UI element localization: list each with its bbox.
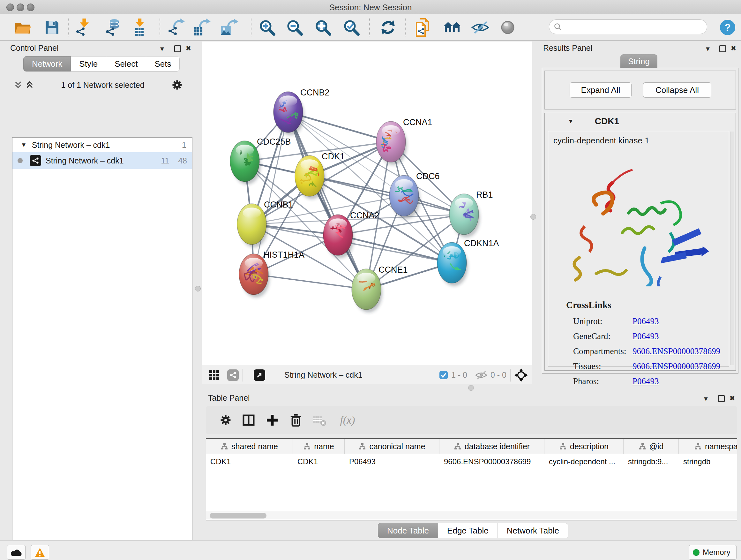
table-gear-button[interactable]	[217, 412, 234, 428]
edge-CDK1-RB1[interactable]	[310, 176, 464, 214]
network-graph[interactable]: CCNB2CCNA1CDC25BCDK1CDC6RB1CCNB1CCNA2CDK…	[202, 42, 532, 366]
crosslink-link[interactable]: 9606.ENSP00000378699	[632, 361, 720, 371]
network-view-canvas[interactable]: CCNB2CCNA1CDC25BCDK1CDC6RB1CCNB1CCNA2CDK…	[202, 42, 532, 366]
node-CCNE1[interactable]: CCNE1	[350, 265, 408, 313]
export-table-button[interactable]	[193, 18, 211, 37]
import-network-database-button[interactable]	[105, 18, 123, 37]
export-network-button[interactable]	[167, 18, 185, 37]
tab-select[interactable]: Select	[106, 56, 146, 71]
tab-sets[interactable]: Sets	[146, 56, 180, 71]
crosslink-link[interactable]: P06493	[632, 376, 659, 386]
cloud-status-button[interactable]	[7, 545, 25, 560]
vertical-splitter-handle[interactable]	[530, 214, 536, 220]
protein-expander-icon[interactable]: ▼	[568, 118, 574, 125]
node-CCNB1[interactable]: CCNB1	[237, 200, 293, 247]
table-add-button[interactable]	[264, 412, 280, 428]
table-panel-maximize-button[interactable]	[718, 395, 725, 402]
table-cell[interactable]: cyclin-dependent ...	[544, 454, 623, 466]
zoom-fit-button[interactable]	[314, 18, 332, 37]
edge-HIST1H1A-CCNE1[interactable]	[254, 274, 366, 289]
zoom-out-button[interactable]	[285, 18, 304, 37]
column-header-namespace[interactable]: namespace	[679, 439, 737, 454]
memory-button[interactable]: Memory	[689, 545, 737, 560]
tab-string[interactable]: String	[620, 54, 657, 68]
gear-icon	[220, 415, 231, 426]
column-header-@id[interactable]: @id	[623, 439, 679, 454]
expand-all-button[interactable]: Expand All	[569, 82, 631, 98]
network-collection-row[interactable]: ▼ String Network – cdk1 1	[12, 138, 192, 152]
table-cell[interactable]: 9606.ENSP00000378699	[440, 454, 544, 466]
hide-graphics-button[interactable]	[471, 18, 489, 37]
tab-edge-table[interactable]: Edge Table	[438, 523, 498, 538]
control-panel-float-button[interactable]: ▼	[159, 44, 165, 54]
node-CDKN1A[interactable]: CDKN1A	[426, 239, 499, 286]
protein-header-row[interactable]: ▼ CDK1	[545, 113, 736, 130]
table-delete-button[interactable]	[287, 412, 304, 428]
zoom-selected-button[interactable]	[342, 18, 360, 37]
table-cell[interactable]: stringdb:9...	[623, 454, 679, 466]
collection-expander-icon[interactable]: ▼	[21, 141, 27, 148]
node-HIST1H1A[interactable]: HIST1H1A	[239, 250, 305, 298]
node-RB1[interactable]: RB1	[449, 190, 493, 238]
crosslink-link[interactable]: P06493	[632, 331, 659, 341]
open-session-button[interactable]	[13, 18, 31, 37]
show-graphics-button[interactable]	[498, 18, 517, 37]
open-in-window-icon[interactable]	[254, 369, 265, 381]
edge-CCNB2-CCNE1[interactable]	[288, 112, 366, 289]
import-network-file-button[interactable]	[74, 18, 92, 37]
crosslink-link[interactable]: 9606.ENSP00000378699	[632, 347, 720, 356]
string-home-button[interactable]	[443, 18, 461, 37]
node-CCNA1[interactable]: CCNA1	[366, 118, 432, 165]
zoom-selected-icon	[343, 19, 360, 36]
string-document-button[interactable]	[414, 18, 433, 37]
results-panel-close-button[interactable]: ✖	[731, 44, 736, 53]
table-row[interactable]: CDK1CDK1P064939606.ENSP00000378699cyclin…	[206, 454, 737, 466]
tab-network-table[interactable]: Network Table	[498, 523, 568, 538]
table-cell[interactable]: CDK1	[206, 454, 293, 466]
gear-icon[interactable]	[172, 79, 183, 90]
results-vertical-scrollbar[interactable]	[730, 132, 734, 365]
node-CCNA2[interactable]: CCNA2	[323, 211, 380, 258]
apply-layout-button[interactable]	[379, 18, 397, 37]
table-panel-float-button[interactable]: ▼	[703, 394, 709, 403]
table-cell[interactable]: CDK1	[293, 454, 345, 466]
scrollbar-thumb[interactable]	[210, 513, 266, 518]
column-header-description[interactable]: description	[544, 439, 623, 454]
control-panel-maximize-button[interactable]	[174, 45, 181, 52]
crosslink-label: GeneCard:	[573, 331, 632, 341]
vertical-splitter-handle[interactable]	[195, 286, 201, 292]
expand-all-icon[interactable]	[25, 81, 34, 89]
warnings-button[interactable]	[30, 545, 49, 560]
column-header-database-identifier[interactable]: database identifier	[440, 439, 544, 454]
table-cell[interactable]: P06493	[345, 454, 440, 466]
column-header-canonical-name[interactable]: canonical name	[345, 439, 440, 454]
column-header-shared-name[interactable]: shared name	[206, 439, 293, 454]
tab-style[interactable]: Style	[71, 56, 106, 71]
results-panel-maximize-button[interactable]	[719, 45, 726, 52]
tab-node-table[interactable]: Node Table	[378, 523, 438, 538]
table-columns-button[interactable]	[240, 412, 257, 428]
grid-view-icon[interactable]	[209, 370, 219, 381]
network-row-selected[interactable]: String Network – cdk1 11 48	[12, 152, 192, 169]
export-image-button[interactable]	[220, 18, 239, 37]
control-panel-close-button[interactable]: ✖	[186, 44, 191, 53]
results-panel-float-button[interactable]: ▼	[704, 44, 711, 54]
save-session-button[interactable]	[43, 18, 61, 37]
table-panel-close-button[interactable]: ✖	[730, 393, 735, 403]
network-share-view-icon[interactable]	[227, 369, 239, 381]
selected-checkbox-icon[interactable]	[439, 371, 448, 380]
zoom-in-button[interactable]	[258, 18, 276, 37]
table-cell[interactable]: stringdb	[679, 454, 737, 466]
help-button[interactable]: ?	[718, 18, 737, 37]
node-CCNB2[interactable]: CCNB2	[270, 88, 330, 135]
collection-label: String Network – cdk1	[32, 140, 110, 150]
tab-network[interactable]: Network	[23, 56, 71, 71]
collapse-all-button[interactable]: Collapse All	[643, 82, 711, 98]
collapse-all-icon[interactable]	[14, 81, 22, 89]
fit-content-crosshair-icon[interactable]	[515, 368, 528, 382]
crosslink-link[interactable]: P06493	[632, 316, 659, 326]
table-horizontal-scrollbar[interactable]	[206, 511, 737, 520]
search-input[interactable]	[549, 19, 707, 34]
column-header-name[interactable]: name	[293, 439, 345, 454]
import-table-file-button[interactable]	[130, 18, 149, 37]
